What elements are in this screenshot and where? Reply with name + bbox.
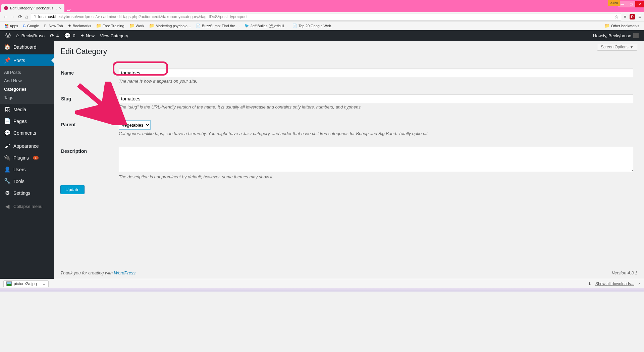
image-file-icon: [6, 281, 12, 286]
menu-users[interactable]: 👤Users: [0, 164, 54, 175]
plus-icon: +: [81, 33, 84, 39]
wrench-icon: 🔧: [4, 178, 11, 184]
update-button[interactable]: Update: [60, 185, 85, 194]
chrome-profile-badge[interactable]: ⚠ You: [608, 0, 620, 6]
new-tab-button[interactable]: ▱: [64, 7, 73, 12]
page-icon: 🗋: [33, 15, 37, 19]
menu-plugins[interactable]: 🔌Plugins1: [0, 152, 54, 164]
footer: Thank you for creating with WordPress. V…: [54, 267, 644, 279]
chrome-menu-icon[interactable]: ≡: [638, 14, 641, 19]
menu-appearance[interactable]: 🖌Appearance: [0, 140, 54, 152]
stack-icon[interactable]: ≡: [624, 14, 627, 19]
ab-view[interactable]: View Category: [97, 30, 131, 41]
desc-textarea[interactable]: [119, 147, 633, 172]
updates-icon: ⟳: [50, 33, 54, 39]
submenu-tags[interactable]: Tags: [0, 93, 54, 102]
edit-form: Name The name is how it appears on your …: [60, 63, 637, 185]
home-button[interactable]: ⌂: [25, 14, 28, 19]
parent-select[interactable]: Vegetables: [119, 120, 151, 130]
chevron-down-icon[interactable]: ⌄: [42, 281, 46, 286]
bm-jeffbullas[interactable]: 🐦Jeff Bullas (@jeffbull…: [243, 23, 290, 29]
close-shelf-icon[interactable]: ×: [638, 281, 641, 286]
window-maximize[interactable]: ▢: [627, 1, 635, 7]
bm-google[interactable]: GGoogle: [21, 23, 41, 29]
window-close[interactable]: ✕: [635, 1, 644, 7]
url-text: localhost/beckybruso/wordpress/wp-admin/…: [38, 14, 613, 19]
bm-buzzsumo[interactable]: 📄BuzzSumo: Find the …: [194, 23, 242, 29]
browser-tabs-bar: Edit Category ‹ BeckyBrus… × ▱ ⚠ You — ▢…: [0, 3, 644, 12]
media-icon: 🖼: [4, 106, 11, 113]
brush-icon: 🖌: [4, 143, 11, 149]
download-filename: picture2a.jpg: [14, 281, 37, 286]
forward-button[interactable]: →: [10, 14, 15, 19]
browser-tab[interactable]: Edit Category ‹ BeckyBrus… ×: [1, 4, 64, 12]
tab-favicon: [4, 6, 8, 10]
comments-icon: 💬: [4, 130, 11, 136]
wordpress-link[interactable]: WordPress: [114, 270, 136, 275]
menu-tools[interactable]: 🔧Tools: [0, 175, 54, 187]
menu-dashboard[interactable]: 🏠Dashboard: [0, 41, 54, 53]
url-bar[interactable]: 🗋 localhost/beckybruso/wordpress/wp-admi…: [31, 13, 621, 20]
ab-new[interactable]: +New: [78, 30, 97, 41]
admin-menu: 🏠Dashboard 📌Posts All Posts Add New Cate…: [0, 41, 54, 279]
menu-settings[interactable]: ⚙Settings: [0, 187, 54, 199]
slug-input[interactable]: [119, 94, 633, 103]
bookmark-star-icon[interactable]: ☆: [614, 14, 619, 19]
screen-options-toggle[interactable]: Screen Options ▼: [597, 44, 637, 51]
pinterest-icon[interactable]: P: [630, 14, 635, 19]
ab-wp-logo[interactable]: ⓦ: [3, 30, 13, 41]
menu-pages[interactable]: 📄Pages: [0, 115, 54, 127]
name-help: The name is how it appears on your site.: [119, 79, 633, 84]
menu-media[interactable]: 🖼Media: [0, 104, 54, 115]
reload-button[interactable]: ⟳: [18, 14, 22, 20]
submenu-posts: All Posts Add New Categories Tags: [0, 66, 54, 104]
ab-updates[interactable]: ⟳4: [47, 30, 61, 41]
name-label: Name: [61, 63, 118, 89]
download-item[interactable]: picture2a.jpg ⌄: [3, 280, 49, 287]
desc-help: The description is not prominent by defa…: [119, 174, 633, 179]
submenu-addnew[interactable]: Add New: [0, 77, 54, 85]
pin-icon: 📌: [4, 57, 11, 63]
dashboard-icon: 🏠: [4, 44, 11, 50]
menu-comments[interactable]: 💬Comments: [0, 127, 54, 139]
show-all-downloads[interactable]: Show all downloads...: [595, 281, 634, 286]
page-title: Edit Category: [60, 47, 637, 56]
wordpress-icon: ⓦ: [5, 32, 11, 39]
download-shelf: picture2a.jpg ⌄ ⬇ Show all downloads... …: [0, 279, 644, 288]
parent-help: Categories, unlike tags, can have a hier…: [119, 131, 633, 136]
ab-account[interactable]: Howdy, Beckybruso: [590, 30, 641, 41]
sliders-icon: ⚙: [4, 190, 11, 196]
menu-posts[interactable]: 📌Posts: [0, 54, 54, 66]
pages-icon: 📄: [4, 118, 11, 124]
slug-help: The "slug" is the URL-friendly version o…: [119, 104, 633, 109]
avatar: [633, 33, 639, 38]
back-button[interactable]: ←: [3, 14, 8, 19]
menu-collapse[interactable]: ◀Collapse menu: [0, 201, 54, 212]
plug-icon: 🔌: [4, 155, 11, 161]
bm-bookmarks[interactable]: ★Bookmarks: [66, 23, 93, 29]
bm-top20[interactable]: 📄Top 20 Google Web…: [290, 23, 337, 29]
collapse-icon: ◀: [4, 203, 11, 210]
ab-comments[interactable]: 💬0: [61, 30, 78, 41]
slug-label: Slug: [61, 89, 118, 115]
windows-taskbar[interactable]: [0, 288, 644, 292]
comments-icon: 💬: [64, 33, 71, 39]
name-input[interactable]: [119, 69, 633, 77]
plugin-count-badge: 1: [33, 156, 39, 160]
bm-apps[interactable]: Apps: [3, 23, 20, 29]
bm-marketing[interactable]: 📁Marketing psycholo…: [147, 23, 193, 29]
wp-adminbar: ⓦ ⌂BeckyBruso ⟳4 💬0 +New View Category H…: [0, 30, 644, 41]
bm-newtab[interactable]: 🗋New Tab: [42, 23, 65, 29]
submenu-categories[interactable]: Categories: [0, 85, 54, 93]
home-icon: ⌂: [16, 33, 19, 39]
content-wrap: Screen Options ▼ Edit Category Name The …: [54, 41, 644, 279]
submenu-allposts[interactable]: All Posts: [0, 68, 54, 77]
users-icon: 👤: [4, 166, 11, 173]
bm-freetraining[interactable]: 📁Free Training: [94, 23, 126, 29]
ab-site[interactable]: ⌂BeckyBruso: [13, 30, 47, 41]
download-arrow-icon: ⬇: [588, 281, 591, 286]
desc-label: Description: [61, 142, 118, 184]
tab-close-icon[interactable]: ×: [59, 6, 62, 11]
bm-other[interactable]: 📁Other bookmarks: [602, 23, 641, 29]
bm-work[interactable]: 📁Work: [127, 23, 146, 29]
